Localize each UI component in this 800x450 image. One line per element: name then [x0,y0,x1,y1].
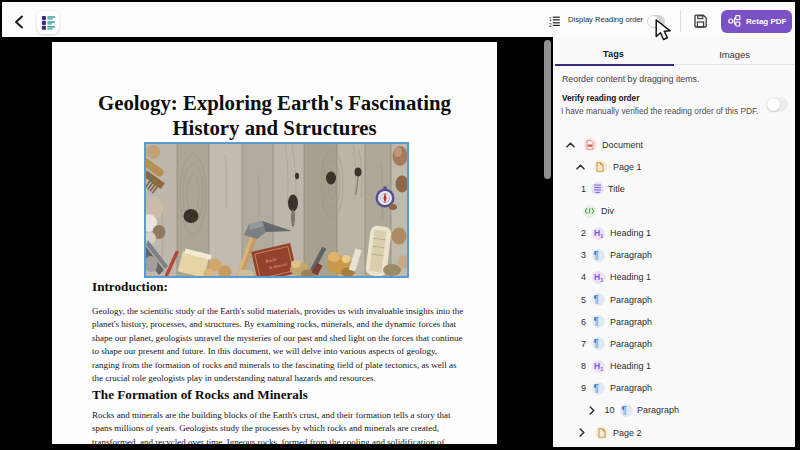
svg-text:H: H [594,228,600,238]
svg-text:¶: ¶ [594,294,599,305]
svg-text:H: H [594,272,600,282]
svg-text:1: 1 [600,277,603,283]
svg-text:2: 2 [549,22,552,27]
svg-text:¶: ¶ [594,339,599,350]
svg-text:¶: ¶ [594,383,599,394]
svg-text:H: H [594,361,600,371]
svg-text:¶: ¶ [594,250,599,261]
svg-text:1: 1 [600,366,603,372]
svg-text:¶: ¶ [594,316,599,327]
svg-text:¶: ¶ [622,405,627,416]
svg-text:1: 1 [600,233,603,239]
